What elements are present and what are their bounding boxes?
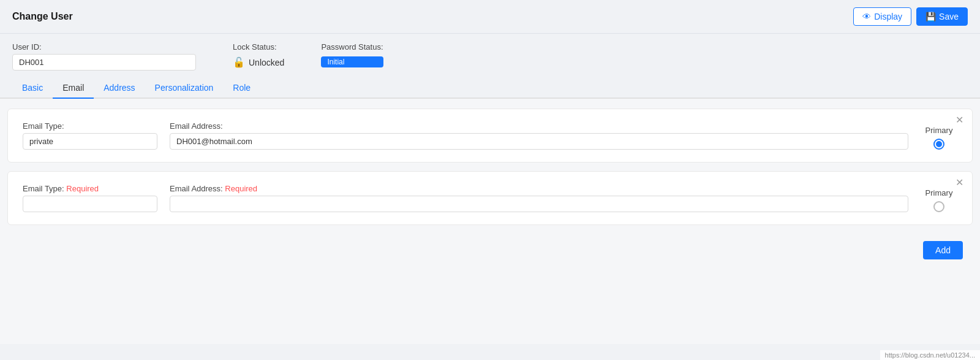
- email-type-label-1: Email Type:: [23, 121, 157, 131]
- email-address-input-1[interactable]: [170, 133, 908, 150]
- add-button[interactable]: Add: [923, 241, 963, 259]
- primary-label-2: Primary: [925, 188, 953, 197]
- email-address-label-2: Email Address: Required: [170, 184, 908, 193]
- email-type-group-2: Email Type: Required: [23, 184, 157, 212]
- email-address-label-1: Email Address:: [170, 121, 908, 131]
- save-icon: 💾: [925, 12, 936, 21]
- email-type-input-2[interactable]: [23, 196, 157, 212]
- email-type-input-1[interactable]: [23, 133, 157, 150]
- tab-address[interactable]: Address: [94, 78, 145, 99]
- unlocked-icon: 🔓: [233, 56, 245, 68]
- display-icon: 👁: [862, 12, 871, 21]
- footer-bar: Add: [7, 234, 973, 267]
- email-card-2: ✕ Email Type: Required Email Address: Re…: [7, 171, 973, 225]
- primary-radio-1[interactable]: [933, 139, 944, 150]
- tab-basic[interactable]: Basic: [12, 78, 53, 99]
- tab-role[interactable]: Role: [223, 78, 260, 99]
- email-address-required-2: Required: [225, 184, 257, 193]
- primary-group-2: Primary: [921, 188, 957, 212]
- user-info-section: User ID: Lock Status: 🔓 Unlocked Passwor…: [0, 34, 980, 71]
- close-card-2-button[interactable]: ✕: [956, 178, 963, 188]
- lock-status-field: Lock Status: 🔓 Unlocked: [233, 42, 284, 68]
- email-type-group-1: Email Type:: [23, 121, 157, 150]
- password-status-label: Password Status:: [321, 42, 383, 52]
- password-status-field: Password Status: Initial: [321, 42, 383, 67]
- lock-status-label: Lock Status:: [233, 42, 284, 52]
- display-button[interactable]: 👁 Display: [853, 7, 911, 26]
- primary-label-1: Primary: [925, 126, 953, 135]
- email-row-1: Email Type: Email Address: Primary: [23, 121, 957, 150]
- header-buttons: 👁 Display 💾 Save: [853, 7, 968, 26]
- email-address-group-1: Email Address:: [170, 121, 908, 150]
- page-header: Change User 👁 Display 💾 Save: [0, 0, 980, 34]
- email-row-2: Email Type: Required Email Address: Requ…: [23, 184, 957, 212]
- user-id-label: User ID:: [12, 42, 196, 52]
- email-type-required-2: Required: [66, 184, 99, 193]
- lock-status-value: 🔓 Unlocked: [233, 56, 284, 68]
- tab-personalization[interactable]: Personalization: [145, 78, 224, 99]
- password-status-badge: Initial: [321, 56, 383, 67]
- page-title: Change User: [12, 11, 73, 22]
- primary-group-1: Primary: [921, 126, 957, 150]
- close-card-1-button[interactable]: ✕: [956, 115, 963, 125]
- email-card-1: ✕ Email Type: Email Address: Primary: [7, 109, 973, 163]
- primary-radio-2[interactable]: [933, 201, 944, 212]
- user-id-field: User ID:: [12, 42, 196, 71]
- email-address-input-2[interactable]: [170, 196, 908, 212]
- main-content: ✕ Email Type: Email Address: Primary ✕ E…: [0, 99, 980, 344]
- email-type-label-2: Email Type: Required: [23, 184, 157, 193]
- email-address-group-2: Email Address: Required: [170, 184, 908, 212]
- user-id-input[interactable]: [12, 54, 196, 71]
- save-button[interactable]: 💾 Save: [916, 7, 968, 26]
- lock-status-text: Unlocked: [249, 58, 284, 67]
- tabs-section: Basic Email Address Personalization Role: [0, 71, 980, 99]
- tab-email[interactable]: Email: [53, 78, 94, 99]
